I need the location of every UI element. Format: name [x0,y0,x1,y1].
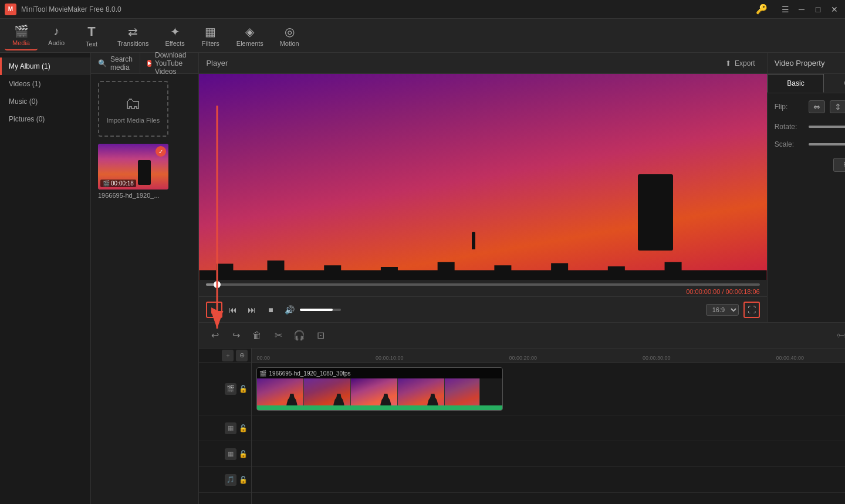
toolbar-text[interactable]: T Text [75,21,108,50]
video-track-row: 🎬 1966695-hd_1920_1080_30fps [252,363,845,415]
ruler-mark-1: 00:00:10:00 [376,355,404,361]
timeline-track-labels: + ⊕ 🎬 🔓 ▦ 🔓 ▦ 🔓 [199,349,252,504]
import-media-button[interactable]: 🗂 Import Media Files [98,81,168,137]
sub-track-1-label: ▦ 🔓 [199,415,251,441]
player-video-preview [199,74,766,280]
scale-slider[interactable] [809,143,845,146]
timeline-tracks: 🎬 1966695-hd_1920_1080_30fps [252,363,845,504]
download-youtube-button[interactable]: ▶ Download YouTube Videos [140,53,198,73]
key-icon: 🔑 [756,4,768,15]
timeline-section: ↩ ↪ 🗑 ✂ 🎧 ⊡ ⧟ − + [199,322,845,504]
player-title: Player [206,59,228,67]
scale-controls: 100 % [809,140,845,148]
crop-button[interactable]: ⊡ [312,327,329,344]
sidebar-item-music[interactable]: Music (0) [0,93,90,110]
minimize-button[interactable]: ─ [796,4,807,15]
tab-basic[interactable]: Basic [768,74,824,93]
flip-control-row: Flip: ⇔ ⇕ [775,100,845,113]
flip-controls: ⇔ ⇕ [809,100,845,113]
rotate-label: Rotate: [775,123,804,131]
maximize-button[interactable]: □ [812,4,824,15]
media-grid: 🗂 Import Media Files 🎬 00:00:18 [91,74,198,504]
player-header: Player ⬆ Export [199,53,766,74]
toolbar-audio[interactable]: ♪ Audio [40,21,73,50]
export-button[interactable]: ⬆ Export [721,57,760,70]
sub-track-2-label: ▦ 🔓 [199,441,251,467]
text-icon: T [87,24,95,39]
add-layer-button[interactable]: ⊕ [236,350,248,361]
scale-control-row: Scale: 100 % [775,140,845,148]
sub-track-2-row [252,441,845,467]
split-icon: ⧟ [833,327,845,344]
fullscreen-button[interactable]: ⛶ [743,302,760,318]
cut-button[interactable]: ✂ [269,327,287,344]
reset-button[interactable]: Reset [833,158,845,172]
properties-title: Video Property [775,59,825,67]
hamburger-icon[interactable]: ☰ [779,4,791,15]
search-media-button[interactable]: 🔍 Search media [91,53,140,73]
toolbar-elements[interactable]: ◈ Elements [229,21,271,50]
player-panel: Player ⬆ Export [199,53,767,322]
rotate-slider[interactable] [809,126,845,128]
sidebar-item-myalbum[interactable]: My Album (1) [0,57,90,75]
app-logo: M [5,4,16,15]
app-title: MiniTool MovieMaker Free 8.0.0 [21,5,121,13]
flip-horizontal-button[interactable]: ⇔ [809,100,825,113]
ruler-mark-3: 00:00:30:00 [643,355,671,361]
video-clip-header: 🎬 1966695-hd_1920_1080_30fps [257,368,502,378]
audio-track-label: 🎵 🔓 [199,467,251,493]
ruler-mark-0: 00:00 [256,355,270,361]
delete-button[interactable]: 🗑 [248,327,266,344]
stop-button[interactable]: ■ [262,302,279,318]
filters-icon: ▦ [205,25,216,39]
youtube-icon: ▶ [147,60,151,67]
undo-button[interactable]: ↩ [206,327,224,344]
tab-color[interactable]: Color [824,74,845,93]
timeline-toolbar: ↩ ↪ 🗑 ✂ 🎧 ⊡ ⧟ − + [199,323,845,349]
left-panel: My Album (1) Videos (1) Music (0) Pictur… [0,53,199,504]
effects-icon: ✦ [170,25,180,39]
sub-track-1-icon: ▦ [225,422,236,434]
aspect-ratio-select[interactable]: 16:9 4:3 1:1 [706,304,739,316]
close-button[interactable]: ✕ [829,4,840,15]
toolbar-motion[interactable]: ◎ Motion [273,21,306,50]
folder-icon: 🗂 [125,94,141,113]
add-track-button[interactable]: + [222,350,234,361]
play-button[interactable]: ▶ [206,302,222,318]
timeline-zoom-controls: ⧟ − + [833,327,845,344]
main-layout: My Album (1) Videos (1) Music (0) Pictur… [0,53,845,504]
sub-track-2-icon: ▦ [225,448,236,460]
timeline-body: + ⊕ 🎬 🔓 ▦ 🔓 ▦ 🔓 [199,349,845,504]
video-clip[interactable]: 🎬 1966695-hd_1920_1080_30fps [256,367,503,411]
volume-icon[interactable]: 🔊 [281,302,298,318]
sidebar: My Album (1) Videos (1) Music (0) Pictur… [0,53,91,504]
sidebar-item-videos[interactable]: Videos (1) [0,75,90,93]
sub-track-1-lock[interactable]: 🔓 [239,424,248,432]
video-track-lock[interactable]: 🔓 [239,385,248,393]
volume-slider[interactable] [300,309,341,311]
toolbar-effects[interactable]: ✦ Effects [158,21,191,50]
video-thumbnail[interactable]: 🎬 00:00:18 ✓ [98,144,168,190]
audio-track-lock[interactable]: 🔓 [239,476,248,484]
properties-tabs: Basic Color Speed [768,74,845,93]
sidebar-item-pictures[interactable]: Pictures (0) [0,110,90,128]
current-time: 00:00:00:00 [686,288,720,295]
skip-forward-button[interactable]: ⏭ [244,302,260,318]
audio-track-icon: 🎵 [225,474,236,486]
properties-content: Flip: ⇔ ⇕ Rotate: [768,93,845,322]
toolbar-media[interactable]: 🎬 Media [5,21,38,50]
export-icon: ⬆ [725,59,731,67]
flip-label: Flip: [775,103,804,111]
search-icon: 🔍 [98,59,107,67]
audio-detach-button[interactable]: 🎧 [290,327,308,344]
skip-back-button[interactable]: ⏮ [225,302,241,318]
ruler-mark-2: 00:00:20:00 [509,355,537,361]
player-progress-bar[interactable] [199,280,766,287]
redo-button[interactable]: ↪ [227,327,245,344]
video-selected-check: ✓ [156,146,166,157]
sub-track-2-lock[interactable]: 🔓 [239,450,248,458]
title-bar: M MiniTool MovieMaker Free 8.0.0 🔑 ☰ ─ □… [0,0,845,19]
toolbar-transitions[interactable]: ⇄ Transitions [110,21,156,50]
flip-vertical-button[interactable]: ⇕ [830,100,845,113]
toolbar-filters[interactable]: ▦ Filters [194,21,227,50]
